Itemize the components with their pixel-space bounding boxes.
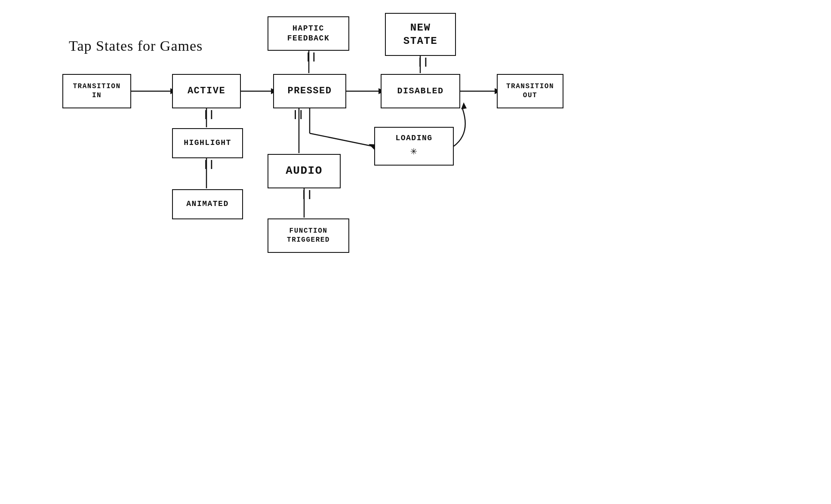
node-disabled: Disabled [381,74,460,108]
connector-new-state-bar: || [417,57,428,68]
node-haptic: HapticFeedback [268,16,349,51]
diagram-canvas: Tap States for Games [0,0,831,504]
node-new-state: NewState [385,13,456,56]
node-animated: Animated [172,189,243,219]
node-active: Active [172,74,241,108]
node-audio: Audio [268,154,341,188]
connector-highlight-bar: || [203,159,214,170]
svg-line-13 [310,133,372,146]
node-loading: Loading✳ [374,127,454,166]
connector-audio-bar: || [301,189,312,200]
node-function-triggered: FunctionTriggered [268,218,349,253]
node-transition-out: TransitionOut [497,74,563,108]
connector-active-bar: || [203,109,214,120]
node-highlight: Highlight [172,128,243,158]
connector-haptic-bar: || [305,52,317,62]
connector-pressed-bar: || [292,109,304,120]
diagram-title: Tap States for Games [69,38,203,54]
node-transition-in: TransitionIn [62,74,131,108]
node-pressed: Pressed [273,74,346,108]
svg-marker-15 [461,102,467,109]
